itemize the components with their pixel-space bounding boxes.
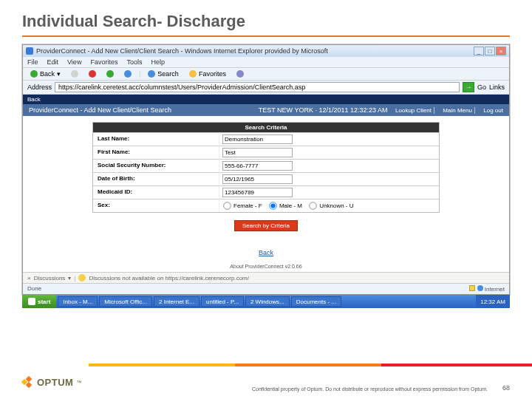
maximize-button[interactable]: □ [485, 47, 495, 55]
stop-button[interactable] [86, 69, 99, 78]
task-item[interactable]: untitled - P... [201, 296, 244, 307]
slide-footer: OPTUM™ Confidential property of Optum. D… [0, 364, 532, 399]
row-dob: Date of Birth: [93, 172, 439, 185]
input-medicaid[interactable] [222, 188, 293, 197]
start-label: start [38, 299, 50, 305]
toolbar: Back ▾ | Search Favorites [23, 67, 509, 81]
forward-icon [71, 70, 78, 78]
radio-unknown-label[interactable]: Unknown - U [308, 202, 353, 209]
task-item[interactable]: 2 Windows... [245, 296, 290, 307]
search-button[interactable]: Search [145, 69, 182, 78]
window-titlebar: ProviderConnect - Add New Client/Client … [23, 45, 509, 57]
app-header: ProviderConnect - Add New Client/Client … [23, 104, 509, 116]
row-last-name: Last Name: [93, 132, 439, 146]
optum-logo: OPTUM™ [21, 375, 81, 389]
links-label[interactable]: Links [489, 83, 505, 91]
close-button[interactable]: × [496, 47, 506, 55]
windows-logo-icon [28, 298, 35, 305]
label-dob: Date of Birth: [93, 172, 219, 185]
status-zone: Internet [485, 286, 505, 293]
search-criteria-panel: Search Criteria Last Name: First Name: S… [92, 122, 440, 213]
label-first-name: First Name: [93, 146, 219, 159]
status-bar: Done Internet [23, 283, 509, 294]
forward-button[interactable] [68, 69, 81, 78]
app-title: ProviderConnect - Add New Client/Client … [29, 106, 171, 114]
radio-female[interactable] [223, 202, 231, 209]
page-number: 68 [502, 384, 510, 392]
internet-zone-icon [477, 285, 483, 291]
address-bar: Address → Go Links [23, 81, 509, 95]
input-dob[interactable] [222, 174, 293, 184]
menu-favorites[interactable]: Favorites [90, 58, 117, 66]
page-viewport: Back ProviderConnect - Add New Client/Cl… [23, 95, 509, 272]
accent-bar [89, 364, 532, 366]
radio-male[interactable] [269, 202, 276, 209]
label-sex: Sex: [93, 199, 219, 212]
go-button[interactable]: → [463, 82, 474, 92]
search-by-criteria-button[interactable]: Search by Criteria [234, 220, 298, 231]
task-item[interactable]: Microsoft Offic... [99, 296, 152, 307]
browser-window: ProviderConnect - Add New Client/Client … [22, 44, 510, 295]
menu-help[interactable]: Help [151, 58, 165, 66]
discussions-label[interactable]: Discussions [34, 275, 66, 282]
refresh-button[interactable] [103, 69, 117, 78]
page-back-link[interactable]: Back [23, 236, 509, 264]
menu-edit[interactable]: Edit [47, 58, 59, 66]
minimize-button[interactable]: _ [474, 47, 484, 55]
discussions-message: Discussions not available on https://car… [89, 275, 249, 282]
page-back-strip[interactable]: Back [23, 95, 509, 104]
task-item[interactable]: Documents - ... [291, 296, 341, 307]
task-item[interactable]: Inbox - M... [58, 296, 98, 307]
input-first-name[interactable] [222, 148, 293, 157]
stop-icon [89, 70, 96, 78]
search-label: Search [157, 70, 179, 78]
menu-tools[interactable]: Tools [126, 58, 142, 66]
lock-icon [469, 285, 475, 291]
search-icon [148, 70, 155, 78]
menu-view[interactable]: View [67, 58, 81, 66]
favorites-label: Favorites [199, 70, 226, 78]
warning-icon [78, 274, 86, 282]
link-main-menu[interactable]: Main Menu [443, 107, 472, 114]
address-label: Address [27, 83, 52, 91]
label-medicaid: Medicaid ID: [93, 185, 219, 199]
favorites-button[interactable]: Favorites [186, 69, 229, 78]
row-medicaid: Medicaid ID: [93, 185, 439, 199]
address-input[interactable] [55, 82, 460, 92]
link-lookup-client[interactable]: Lookup Client [395, 107, 432, 114]
row-sex: Sex: Female - F Male - M Unknown - U [93, 199, 439, 212]
home-button[interactable] [121, 69, 134, 78]
link-logout[interactable]: Log out [483, 107, 503, 114]
header-datetime: 12/1/2011 12:32:23 AM [318, 106, 387, 114]
radio-female-label[interactable]: Female - F [222, 202, 262, 209]
status-done: Done [27, 285, 41, 293]
label-last-name: Last Name: [93, 132, 219, 146]
radio-male-text: Male - M [279, 202, 302, 209]
discussions-bar: × Discussions ▾ | Discussions not availa… [23, 272, 509, 283]
menu-file[interactable]: File [27, 58, 38, 66]
input-last-name[interactable] [222, 134, 293, 144]
label-ssn: Social Security Number: [93, 159, 219, 172]
about-line: About ProviderConnect v2.0.66 [23, 264, 509, 272]
back-button[interactable]: Back ▾ [27, 69, 64, 78]
media-button[interactable] [233, 69, 247, 78]
input-ssn[interactable] [222, 161, 293, 171]
media-icon [236, 70, 244, 78]
window-title-text: ProviderConnect - Add New Client/Client … [36, 47, 328, 55]
back-icon [30, 70, 38, 78]
refresh-icon [106, 70, 114, 78]
radio-male-label[interactable]: Male - M [268, 202, 302, 209]
home-icon [124, 70, 132, 78]
task-item[interactable]: 2 Internet E... [154, 296, 200, 307]
go-label: Go [477, 83, 486, 91]
system-tray[interactable]: 12:32 AM [476, 295, 510, 308]
radio-unknown[interactable] [310, 202, 317, 209]
optum-logo-icon [21, 375, 34, 389]
header-user: TEST NEW YORK [259, 106, 313, 114]
radio-female-text: Female - F [233, 202, 262, 209]
start-button[interactable]: start [22, 295, 56, 308]
taskbar: start Inbox - M... Microsoft Offic... 2 … [22, 295, 510, 308]
row-first-name: First Name: [93, 146, 439, 159]
discussions-close-icon[interactable]: × [27, 275, 31, 282]
star-icon [189, 70, 197, 78]
